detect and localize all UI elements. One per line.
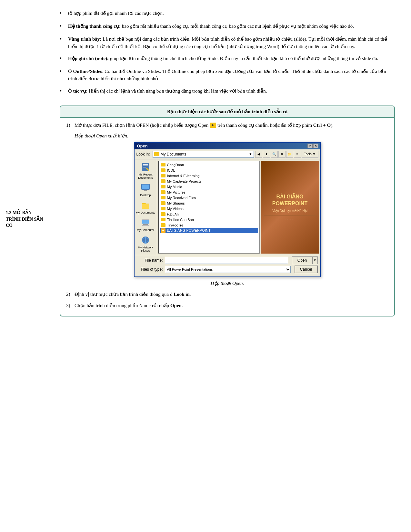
list-item: 2) Định vị thư mục chứa bản trình diễn t…	[66, 291, 388, 298]
list-item[interactable]: My Music	[160, 184, 258, 189]
list-item[interactable]: P.DuAn	[160, 212, 258, 217]
delete-button[interactable]: ✕	[278, 151, 286, 158]
filename-row: File name: Open ▼	[137, 256, 318, 264]
bullet-icon: •	[60, 54, 66, 63]
list-item[interactable]: My Videos	[160, 206, 258, 211]
filetype-label: Files of type:	[137, 267, 163, 272]
section-number-title: 1.3 MỞ BẢN TRÌNH DIỄN SẴN CÓ	[6, 210, 50, 229]
view-button[interactable]: ≡	[294, 151, 301, 158]
preview-title: BÀI GIẢNGPOWERPOINT	[272, 194, 307, 207]
list-item[interactable]: My Pictures	[160, 190, 258, 195]
folder-icon	[161, 174, 166, 178]
preview-subtitle: Viện Đại học mở Hà Nội	[272, 209, 307, 213]
folder-icon	[161, 185, 166, 189]
toolbar-icons: ◀ ⬆ 🔍 ✕ 📁 ≡ Tools ▼	[255, 151, 318, 158]
lookin-label: Look in:	[136, 152, 150, 156]
file-name: ICDL	[167, 168, 175, 172]
mydocs-icon	[140, 200, 151, 210]
list-item[interactable]: Tin Hoc Can Ban	[160, 217, 258, 222]
tools-dropdown[interactable]: Tools ▼	[302, 151, 318, 158]
svg-rect-2	[143, 166, 148, 166]
main-content: • tổ hợp phím tắt để gọi nhanh tới các m…	[53, 0, 411, 532]
back-button[interactable]: ◀	[255, 151, 262, 158]
up-button[interactable]: ⬆	[263, 151, 270, 158]
folder-icon	[161, 168, 166, 173]
recent-docs-icon	[140, 162, 151, 172]
dialog-titlebar: Open ? ✕	[135, 143, 320, 149]
list-item[interactable]: TinHocTre	[160, 223, 258, 228]
step1-caption: Hộp thoại Open xuất hiện.	[75, 133, 388, 139]
step-number: 1)	[66, 122, 75, 129]
dialog-left-nav: My RecentDocuments Desktop	[135, 159, 157, 255]
folder-icon	[161, 179, 166, 184]
list-item[interactable]: Internet & E-learning	[160, 173, 258, 178]
folder-icon	[161, 206, 166, 211]
section-box-header: Bạn thực hiện các bước sau để mở bản trì…	[60, 106, 394, 118]
list-item[interactable]: ICDL	[160, 168, 258, 173]
file-name: My Videos	[167, 207, 184, 211]
mydocs-nav[interactable]: My Documents	[136, 200, 155, 214]
svg-rect-6	[144, 190, 147, 191]
file-name: Tin Hoc Can Ban	[167, 218, 194, 222]
list-item[interactable]: My Shapes	[160, 201, 258, 206]
filename-input[interactable]	[165, 257, 288, 264]
lookin-value: My Documents	[161, 152, 186, 156]
svg-rect-9	[142, 220, 149, 224]
file-name: My Captivate Projects	[167, 179, 202, 183]
dropdown-arrow-icon: ▼	[249, 152, 252, 156]
bold-text: Ô tác vụ	[68, 88, 86, 94]
bullet-icon: •	[60, 87, 66, 96]
preview-panel: BÀI GIẢNGPOWERPOINT Viện Đại học mở Hà N…	[261, 161, 319, 254]
recent-docs-label: My RecentDocuments	[138, 173, 153, 179]
bullet-icon: •	[60, 22, 66, 31]
dialog-file-area: CongDoan ICDL	[157, 159, 320, 255]
dialog-wrapper: Open ? ✕ Look in: My Documents	[66, 142, 388, 277]
left-sidebar: 1.3 MỞ BẢN TRÌNH DIỄN SẴN CÓ	[0, 0, 53, 532]
list-item: • Ô tác vụ: Hiển thị các chỉ lệnh và tín…	[60, 87, 395, 96]
open-button[interactable]: Open	[292, 256, 313, 264]
bullet-text: Hệ thống thanh công cụ: bao gồm rất nhiề…	[68, 23, 395, 30]
filetype-select[interactable]: All PowerPoint Presentations	[165, 266, 291, 273]
svg-rect-10	[143, 224, 148, 225]
computer-nav[interactable]: My Computer	[137, 217, 154, 232]
network-nav[interactable]: My NetworkPlaces	[138, 235, 153, 252]
bullet-icon: •	[60, 35, 66, 44]
list-item[interactable]: CongDoan	[160, 162, 258, 167]
open-button-group: Open ▼	[292, 256, 318, 264]
recent-docs-nav[interactable]: My RecentDocuments	[138, 162, 153, 179]
list-item-selected[interactable]: P BÀI GIẢNG POWERPOINT	[160, 228, 258, 233]
dialog-title: Open	[137, 144, 148, 148]
computer-label: My Computer	[137, 228, 154, 232]
filename-label: File name:	[137, 258, 163, 263]
list-item: 3) Chọn bản trình diễn trong phần Name r…	[66, 302, 388, 309]
dialog-caption: Hộp thoại Open.	[66, 280, 388, 286]
open-dropdown-arrow[interactable]: ▼	[313, 256, 318, 264]
search-web-button[interactable]: 🔍	[271, 151, 278, 158]
file-name: TinHocTre	[167, 223, 184, 227]
list-item[interactable]: My Captivate Projects	[160, 179, 258, 184]
svg-rect-11	[142, 225, 149, 226]
help-button[interactable]: ?	[307, 144, 313, 148]
file-name: Internet & E-learning	[167, 174, 200, 178]
list-item[interactable]: My Received Files	[160, 195, 258, 200]
svg-rect-3	[143, 167, 146, 167]
desktop-nav[interactable]: Desktop	[140, 183, 151, 197]
preview-footer: · · · · · ·	[264, 215, 316, 221]
close-button[interactable]: ✕	[313, 144, 318, 148]
filetype-row: Files of type: All PowerPoint Presentati…	[137, 266, 318, 273]
bullet-list: • tổ hợp phím tắt để gọi nhanh tới các m…	[60, 10, 395, 96]
list-item: • Ô Outline/Slides: Có hai thẻ Outline v…	[60, 68, 395, 83]
bold-text: Hộp ghi chú (note):	[68, 56, 109, 61]
dialog-body: My RecentDocuments Desktop	[135, 159, 320, 255]
cancel-button[interactable]: Cancel	[295, 266, 318, 273]
list-item: • tổ hợp phím tắt để gọi nhanh tới các m…	[60, 10, 395, 18]
open-dialog[interactable]: Open ? ✕ Look in: My Documents	[134, 142, 321, 277]
mydocs-label: My Documents	[136, 211, 155, 214]
section-header-text: Bạn thực hiện các bước sau để mở bản trì…	[167, 109, 287, 114]
new-folder-button[interactable]: 📁	[286, 151, 293, 158]
lookin-dropdown[interactable]: My Documents ▼	[153, 151, 254, 158]
folder-icon	[161, 212, 166, 216]
bold-text: Hệ thống thanh công cụ:	[68, 24, 121, 29]
folder-icon	[161, 196, 166, 200]
folder-icon	[161, 163, 166, 167]
